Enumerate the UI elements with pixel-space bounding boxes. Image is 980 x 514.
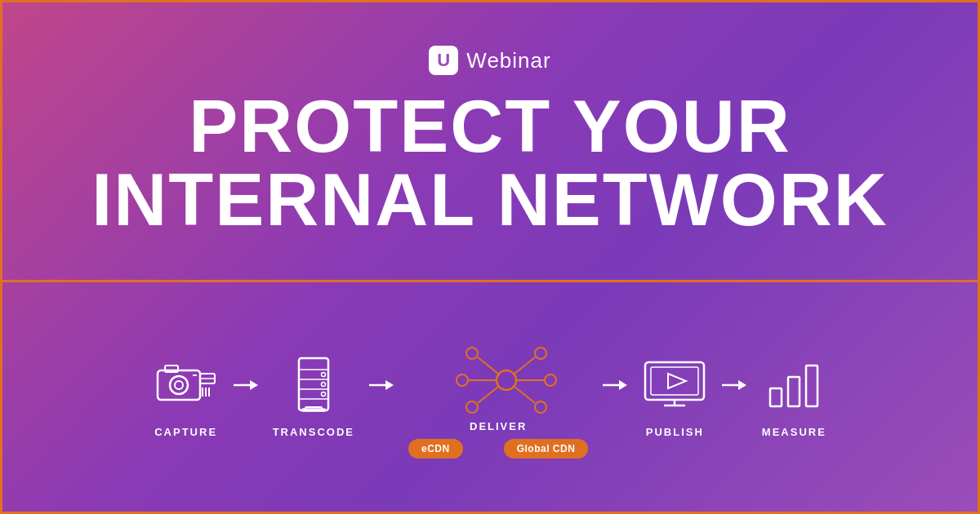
svg-line-28 <box>514 357 535 374</box>
main-title: PROTECT YOUR INTERNAL NETWORK <box>91 90 888 237</box>
transcode-icon <box>281 356 346 413</box>
svg-rect-39 <box>645 362 704 400</box>
webinar-label: Webinar <box>466 48 550 73</box>
flow-item-measure: MEASURE <box>761 356 826 438</box>
svg-line-34 <box>478 387 498 403</box>
page-container: U Webinar PROTECT YOUR INTERNAL NETWORK <box>0 0 980 514</box>
svg-marker-41 <box>668 374 686 388</box>
transcode-label: TRANSCODE <box>273 426 354 438</box>
svg-point-19 <box>321 392 325 397</box>
deliver-icon <box>449 335 547 417</box>
svg-rect-47 <box>788 377 800 406</box>
svg-rect-12 <box>299 358 328 410</box>
svg-rect-46 <box>770 388 782 406</box>
svg-point-24 <box>497 370 516 390</box>
svg-point-17 <box>321 373 325 377</box>
cdn-badges: eCDN Global CDN <box>408 439 588 459</box>
svg-line-36 <box>514 387 535 403</box>
svg-marker-11 <box>250 380 258 390</box>
brand-row: U Webinar <box>429 46 550 75</box>
ecdn-badge: eCDN <box>408 439 463 459</box>
svg-point-1 <box>170 376 188 394</box>
svg-marker-23 <box>385 380 394 390</box>
svg-marker-38 <box>619 380 627 390</box>
svg-rect-48 <box>806 366 817 406</box>
svg-point-31 <box>545 374 556 386</box>
svg-point-2 <box>175 381 183 389</box>
capture-icon <box>154 356 219 413</box>
flow-item-transcode: TRANSCODE <box>273 356 354 438</box>
svg-rect-40 <box>651 367 698 395</box>
global-cdn-badge: Global CDN <box>504 439 589 459</box>
arrow-4 <box>707 377 761 418</box>
svg-point-27 <box>535 348 546 359</box>
publish-icon <box>642 356 707 413</box>
svg-point-29 <box>457 374 468 386</box>
measure-label: MEASURE <box>762 426 826 438</box>
svg-point-33 <box>466 401 478 413</box>
svg-point-18 <box>321 383 325 387</box>
flow-item-capture: CAPTURE <box>154 356 219 438</box>
u-logo-icon: U <box>429 46 458 75</box>
flow-item-publish: PUBLISH <box>642 356 707 438</box>
arrow-1 <box>219 377 273 418</box>
measure-icon <box>761 356 826 413</box>
top-section: U Webinar PROTECT YOUR INTERNAL NETWORK <box>2 2 978 280</box>
flow-item-deliver: DELIVER eCDN Global CDN <box>408 335 588 459</box>
svg-point-25 <box>466 348 478 359</box>
bottom-section: CAPTURE <box>2 282 978 512</box>
title-line1: PROTECT YOUR <box>91 90 888 163</box>
arrow-2 <box>354 377 408 418</box>
title-line2: INTERNAL NETWORK <box>91 163 888 237</box>
svg-marker-45 <box>738 380 746 390</box>
arrow-3 <box>588 377 642 418</box>
svg-point-35 <box>535 401 546 413</box>
svg-line-26 <box>478 357 498 374</box>
capture-label: CAPTURE <box>154 426 217 438</box>
publish-label: PUBLISH <box>646 426 704 438</box>
